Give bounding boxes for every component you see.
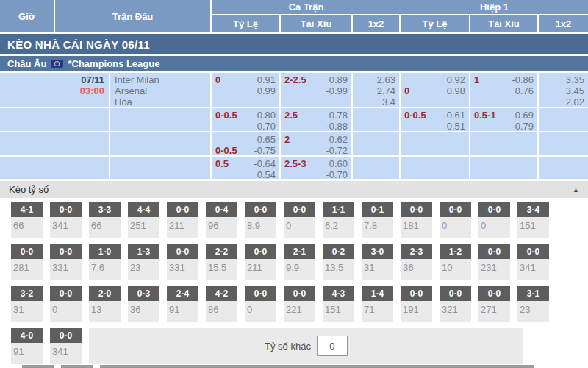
score-odds-cell[interactable]: 2-215.5 — [206, 244, 237, 280]
odds-1x2-value[interactable]: 3.45 — [539, 86, 588, 96]
odds-value[interactable]: -0.61 — [443, 110, 465, 121]
score-odds-value: 341 — [50, 217, 82, 231]
score-odds-cell[interactable]: 3-231 — [11, 286, 43, 322]
score-odds-cell[interactable]: 0-336 — [128, 286, 159, 322]
score-odds-cell[interactable]: 0-0341 — [50, 328, 82, 364]
odds-value[interactable]: 0.99 — [257, 86, 276, 96]
score-odds-cell[interactable]: 0-0321 — [440, 286, 471, 322]
other-score-label: Tỷ số khác — [265, 341, 311, 352]
score-odds-cell[interactable]: 4-3151 — [323, 286, 354, 322]
odds-value[interactable]: 0.69 — [515, 110, 534, 121]
score-odds-cell[interactable]: 4-091 — [11, 328, 43, 364]
score-odds-cell[interactable]: 3-4151 — [517, 202, 549, 238]
score-odds-value: 341 — [50, 343, 82, 357]
odds-value[interactable]: -0.64 — [254, 159, 276, 169]
score-odds-value: 181 — [401, 217, 432, 231]
score-odds-cell[interactable]: 0-0271 — [478, 286, 510, 322]
score-odds-cell[interactable]: 0-17.8 — [362, 202, 393, 238]
score-odds-cell[interactable]: 0-213.5 — [323, 244, 354, 280]
score-odds-cell[interactable]: 0-496 — [206, 202, 237, 238]
odds-value[interactable]: 0.92 — [447, 75, 465, 85]
odds-value[interactable]: 0.70 — [257, 121, 276, 131]
odds-value[interactable]: -0.70 — [326, 170, 348, 179]
score-odds-cell[interactable]: 3-031 — [362, 244, 393, 280]
odds-value[interactable]: -0.80 — [254, 110, 276, 121]
score-odds-cell[interactable]: 2-491 — [167, 286, 198, 322]
score-odds-cell[interactable]: 4-286 — [206, 286, 237, 322]
odds-1x2-value[interactable]: 2.02 — [539, 97, 588, 107]
score-odds-cell[interactable]: 0-00 — [284, 202, 315, 238]
half-handicap-cell: 0-0.5-0.610.51 — [401, 108, 470, 131]
score-odds-cell[interactable]: 0-0211 — [245, 244, 276, 280]
score-odds-cell[interactable]: 0-0281 — [11, 244, 43, 280]
score-odds-value: 8.9 — [245, 217, 276, 231]
score-odds-cell[interactable]: 4-166 — [11, 202, 43, 238]
score-odds-cell[interactable]: 0-0331 — [50, 244, 82, 280]
odds-value[interactable]: 0.91 — [257, 75, 276, 85]
odds-row: 0.5-0.640.54 2.5-30.60-0.70 — [0, 157, 588, 179]
score-odds-cell[interactable]: 1-07.6 — [89, 244, 121, 280]
away-team-name[interactable]: Arsenal — [110, 85, 210, 96]
odds-1x2-value[interactable]: 3.4 — [353, 97, 399, 107]
odds-value[interactable]: 0.76 — [515, 86, 534, 96]
odds-1x2-value[interactable]: 2.74 — [353, 86, 399, 96]
column-header-half-handicap: Tỷ Lệ — [401, 15, 470, 32]
odds-value[interactable]: 0.78 — [329, 110, 348, 121]
league-name[interactable]: *Champions League — [68, 58, 159, 69]
score-odds-cell[interactable]: 0-0231 — [478, 244, 510, 280]
score-odds-cell[interactable]: 1-471 — [362, 286, 393, 322]
score-odds-cell[interactable]: 0-00 — [478, 202, 510, 238]
odds-value[interactable]: 0.60 — [329, 159, 348, 169]
odds-value[interactable]: -0.86 — [512, 75, 534, 85]
empty-time-cell — [0, 132, 110, 155]
odds-value[interactable]: 0.89 — [329, 75, 348, 85]
half-overunder-cell — [470, 157, 539, 179]
score-odds-value: 23 — [517, 301, 549, 315]
score-badge: 0-0 — [440, 286, 471, 301]
score-odds-cell[interactable]: 0-0341 — [50, 202, 82, 238]
score-odds-cell[interactable]: 0-00 — [50, 286, 82, 322]
score-odds-cell[interactable]: 0-0221 — [284, 286, 315, 322]
score-odds-cell[interactable]: 0-00 — [440, 202, 471, 238]
odds-value[interactable]: 0.65 — [257, 135, 276, 145]
group-header-first-half: Hiệp 1 — [401, 0, 588, 15]
score-odds-cell[interactable]: 0-0211 — [167, 202, 198, 238]
odds-1x2-value[interactable]: 2.63 — [353, 75, 399, 85]
correct-score-section-header[interactable]: Kèo tỷ số ▲ — [0, 181, 588, 198]
odds-value[interactable]: -0.75 — [254, 146, 276, 155]
home-team-name[interactable]: Inter Milan — [110, 74, 210, 85]
odds-value[interactable]: -0.72 — [326, 146, 348, 155]
score-badge: 0-0 — [401, 202, 432, 217]
odds-value[interactable]: -0.99 — [326, 86, 348, 96]
collapse-arrow-icon[interactable]: ▲ — [573, 186, 579, 194]
eu-flag-icon — [51, 60, 63, 68]
odds-1x2-value[interactable]: 3.35 — [539, 75, 588, 85]
score-odds-cell[interactable]: 0-08.9 — [245, 202, 276, 238]
odds-value[interactable]: 0.54 — [257, 170, 276, 179]
other-score-input[interactable]: 0 — [317, 336, 348, 356]
score-odds-cell[interactable]: 2-336 — [401, 244, 432, 280]
score-odds-cell[interactable]: 0-0331 — [167, 244, 198, 280]
score-odds-cell[interactable]: 2-19.9 — [284, 244, 315, 280]
score-odds-cell[interactable]: 3-366 — [89, 202, 121, 238]
score-odds-cell[interactable]: 0-0191 — [401, 286, 432, 322]
score-odds-cell[interactable]: 1-323 — [128, 244, 159, 280]
score-odds-cell[interactable]: 1-16.2 — [323, 202, 354, 238]
score-odds-cell[interactable]: 3-123 — [517, 286, 549, 322]
group-header-full-match: Cả Trận — [212, 0, 401, 15]
odds-value[interactable]: -0.79 — [512, 121, 534, 131]
score-badge: 2-2 — [206, 244, 237, 259]
odds-value[interactable]: 0.62 — [329, 135, 348, 145]
odds-value[interactable]: 0.51 — [447, 121, 465, 131]
score-odds-cell[interactable]: 0-0341 — [517, 244, 549, 280]
score-odds-cell[interactable]: 4-4251 — [128, 202, 159, 238]
score-odds-cell[interactable]: 2-013 — [89, 286, 121, 322]
full-1x2-cell — [353, 157, 401, 179]
score-odds-cell[interactable]: 0-0181 — [401, 202, 432, 238]
odds-value[interactable]: 0.98 — [447, 86, 465, 96]
odds-value[interactable]: -0.88 — [326, 121, 348, 131]
handicap-label: 0-0.5 — [404, 110, 426, 121]
score-odds-cell[interactable]: 1-210 — [440, 244, 471, 280]
score-odds-cell[interactable]: 0-00 — [245, 286, 276, 322]
score-badge: 0-0 — [50, 244, 82, 259]
